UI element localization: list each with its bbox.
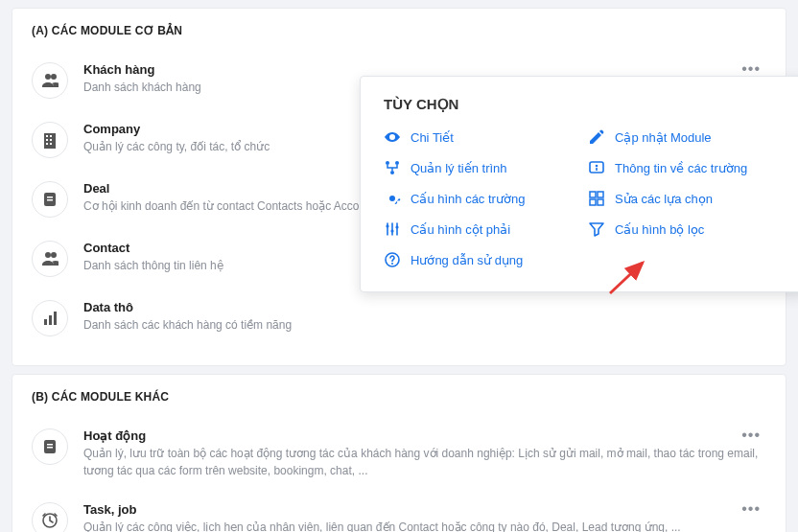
grid-icon xyxy=(588,190,605,207)
more-button[interactable]: ••• xyxy=(736,425,766,446)
options-popover: TÙY CHỌN Chi TiếtCập nhật ModuleQuản lý … xyxy=(360,76,798,292)
popover-title: TÙY CHỌN xyxy=(384,96,783,113)
option-label: Chi Tiết xyxy=(411,130,454,145)
option-label: Hướng dẫn sử dụng xyxy=(411,253,523,267)
section-a-card: (A) CÁC MODULE CƠ BẢN Khách hàngDanh sác… xyxy=(12,8,786,366)
sliders-icon xyxy=(384,220,401,238)
info-icon xyxy=(588,159,605,176)
module-desc: Quản lý các công việc, lịch hẹn của nhân… xyxy=(83,519,766,532)
option-eye[interactable]: Chi Tiết xyxy=(384,128,578,146)
module-content: Hoạt độngQuản lý, lưu trữ toàn bộ các ho… xyxy=(83,428,766,479)
option-label: Sửa các lựa chọn xyxy=(615,192,713,206)
more-button[interactable]: ••• xyxy=(736,498,766,520)
module-title: Hoạt động xyxy=(83,428,766,443)
option-info[interactable]: Thông tin về các trường xyxy=(588,159,783,176)
section-b-card: (B) CÁC MODULE KHÁC Hoạt độngQuản lý, lư… xyxy=(12,374,786,532)
option-label: Cập nhật Module xyxy=(615,130,712,145)
option-label: Cấu hình các trường xyxy=(411,192,525,206)
doc-icon xyxy=(32,428,68,465)
option-label: Thông tin về các trường xyxy=(615,161,747,175)
flow-icon xyxy=(384,159,401,176)
option-funnel[interactable]: Cấu hình bộ lọc xyxy=(588,220,783,238)
section-b-title: (B) CÁC MODULE KHÁC xyxy=(32,390,766,404)
module-title: Khách hàng xyxy=(83,62,766,77)
option-gear[interactable]: Cấu hình các trường xyxy=(384,190,578,207)
module-row[interactable]: Data thôDanh sách các khách hàng có tiềm… xyxy=(32,290,766,350)
building-icon xyxy=(32,122,68,158)
option-label: Quản lý tiến trình xyxy=(411,161,507,175)
module-row[interactable]: Task, jobQuản lý các công việc, lịch hẹn… xyxy=(32,493,766,532)
module-title: Task, job xyxy=(83,502,766,517)
users-icon xyxy=(32,241,68,277)
clock-icon xyxy=(32,502,68,532)
option-label: Cấu hình bộ lọc xyxy=(615,222,704,237)
module-title: Data thô xyxy=(83,300,766,314)
section-a-title: (A) CÁC MODULE CƠ BẢN xyxy=(32,24,766,37)
option-grid[interactable]: Sửa các lựa chọn xyxy=(588,190,783,207)
funnel-icon xyxy=(588,220,605,238)
option-label: Cấu hình cột phải xyxy=(411,222,510,237)
option-flow[interactable]: Quản lý tiến trình xyxy=(384,159,578,176)
module-desc: Quản lý, lưu trữ toàn bộ các hoạt động t… xyxy=(83,445,766,479)
doc-icon xyxy=(32,181,68,218)
module-content: Data thôDanh sách các khách hàng có tiềm… xyxy=(83,300,766,334)
gear-icon xyxy=(384,190,401,207)
users-icon xyxy=(32,62,68,99)
module-content: Task, jobQuản lý các công việc, lịch hẹn… xyxy=(83,502,766,532)
module-row[interactable]: Hoạt độngQuản lý, lưu trữ toàn bộ các ho… xyxy=(32,419,766,493)
module-desc: Danh sách các khách hàng có tiềm năng xyxy=(83,316,766,334)
option-pencil[interactable]: Cập nhật Module xyxy=(588,128,783,146)
bars-icon xyxy=(32,300,68,336)
pencil-icon xyxy=(588,128,605,146)
eye-icon xyxy=(384,128,401,146)
option-sliders[interactable]: Cấu hình cột phải xyxy=(384,220,578,238)
option-question[interactable]: Hướng dẫn sử dụng xyxy=(384,251,578,268)
question-icon xyxy=(384,251,401,268)
